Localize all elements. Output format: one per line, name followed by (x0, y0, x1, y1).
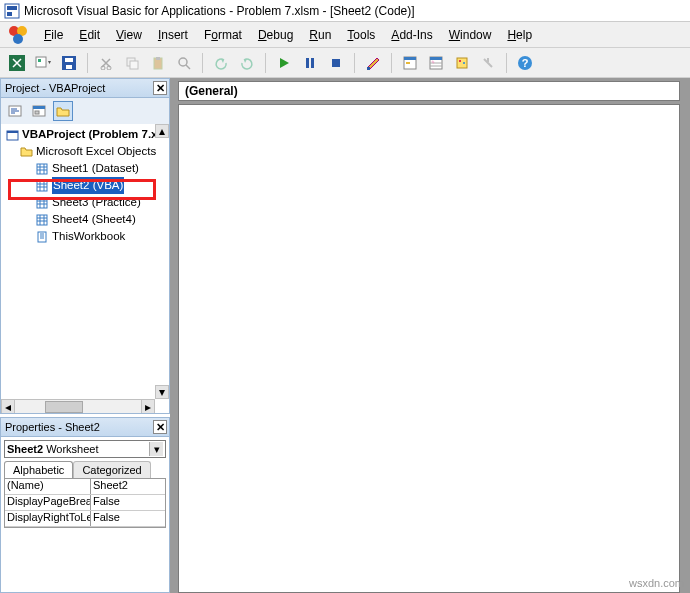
chevron-down-icon: ▾ (149, 442, 163, 456)
project-tree: ▴ ▾ VBAProject (Problem 7.xlsm) Microsof… (0, 124, 170, 414)
tab-alphabetic[interactable]: Alphabetic (4, 461, 73, 478)
svg-rect-31 (457, 58, 467, 68)
project-panel-title: Project - VBAProject (5, 82, 105, 94)
code-editor[interactable] (178, 104, 680, 593)
toggle-folders-icon[interactable] (53, 101, 73, 121)
object-browser-icon[interactable] (451, 52, 473, 74)
title-bar-text: Microsoft Visual Basic for Applications … (24, 4, 415, 18)
property-row[interactable]: DisplayPageBreaks False (5, 495, 165, 511)
tree-item-sheet2[interactable]: Sheet2 (VBA) (1, 177, 169, 194)
menu-debug[interactable]: Debug (250, 26, 301, 44)
tree-item-sheet4[interactable]: Sheet4 (Sheet4) (1, 211, 169, 228)
menu-addins[interactable]: Add-Ins (383, 26, 440, 44)
menu-view[interactable]: View (108, 26, 150, 44)
help-icon[interactable]: ? (514, 52, 536, 74)
menu-insert[interactable]: Insert (150, 26, 196, 44)
toolbar: ? (0, 48, 690, 78)
tree-folder-label: Microsoft Excel Objects (36, 143, 156, 160)
scrollbar-up-icon[interactable]: ▴ (155, 124, 169, 138)
menu-help[interactable]: Help (499, 26, 540, 44)
save-icon[interactable] (58, 52, 80, 74)
find-icon[interactable] (173, 52, 195, 74)
scrollbar-down-icon[interactable]: ▾ (155, 385, 169, 399)
object-dropdown[interactable]: (General) (178, 81, 680, 101)
scroll-left-icon[interactable]: ◂ (1, 400, 15, 414)
undo-icon[interactable] (210, 52, 232, 74)
toolbar-separator (391, 53, 392, 73)
properties-panel-title: Properties - Sheet2 (5, 421, 100, 433)
project-panel-header: Project - VBAProject ✕ (0, 78, 170, 98)
sheet-icon (35, 162, 49, 176)
tree-item-sheet1[interactable]: Sheet1 (Dataset) (1, 160, 169, 177)
properties-panel-header: Properties - Sheet2 ✕ (0, 417, 170, 437)
properties-panel-close-icon[interactable]: ✕ (153, 420, 167, 434)
svg-rect-50 (37, 181, 47, 191)
svg-rect-28 (430, 57, 442, 60)
tab-categorized[interactable]: Categorized (73, 461, 150, 478)
excel-icon[interactable] (6, 52, 28, 74)
scroll-right-icon[interactable]: ▸ (141, 400, 155, 414)
break-icon[interactable] (299, 52, 321, 74)
toolbox-icon[interactable] (477, 52, 499, 74)
tree-item-thisworkbook[interactable]: ThisWorkbook (1, 228, 169, 245)
app-icon (4, 3, 20, 19)
toolbar-separator (265, 53, 266, 73)
tree-root[interactable]: VBAProject (Problem 7.xlsm) (1, 126, 169, 143)
svg-rect-60 (37, 215, 47, 225)
svg-rect-23 (367, 67, 370, 70)
svg-rect-25 (404, 57, 416, 60)
svg-rect-2 (7, 12, 12, 16)
scrollbar-thumb[interactable] (45, 401, 83, 413)
svg-rect-8 (38, 59, 41, 62)
horizontal-scrollbar[interactable]: ◂ ▸ (1, 399, 155, 413)
svg-rect-45 (37, 164, 47, 174)
view-object-icon[interactable] (29, 101, 49, 121)
svg-point-32 (459, 60, 461, 62)
tree-folder[interactable]: Microsoft Excel Objects (1, 143, 169, 160)
menu-window[interactable]: Window (441, 26, 500, 44)
properties-panel: Sheet2 Worksheet ▾ Alphabetic Categorize… (0, 437, 170, 593)
svg-line-19 (186, 65, 190, 69)
sheet-icon (35, 213, 49, 227)
project-icon (5, 128, 19, 142)
svg-rect-20 (306, 58, 309, 68)
menu-run[interactable]: Run (301, 26, 339, 44)
insert-dropdown-icon[interactable] (32, 52, 54, 74)
property-row[interactable]: (Name) Sheet2 (5, 479, 165, 495)
svg-rect-44 (7, 131, 18, 133)
properties-grid: (Name) Sheet2 DisplayPageBreaks False Di… (4, 478, 166, 528)
svg-rect-22 (332, 59, 340, 67)
svg-rect-1 (7, 6, 17, 10)
menu-tools[interactable]: Tools (339, 26, 383, 44)
menu-format[interactable]: Format (196, 26, 250, 44)
copy-icon[interactable] (121, 52, 143, 74)
svg-rect-15 (130, 61, 138, 69)
redo-icon[interactable] (236, 52, 258, 74)
project-explorer-icon[interactable] (399, 52, 421, 74)
menu-file[interactable]: File (36, 26, 71, 44)
toolbar-separator (354, 53, 355, 73)
cut-icon[interactable] (95, 52, 117, 74)
toolbar-separator (506, 53, 507, 73)
svg-rect-55 (37, 198, 47, 208)
paste-icon[interactable] (147, 52, 169, 74)
svg-rect-10 (65, 58, 73, 62)
tree-item-sheet3[interactable]: Sheet3 (Practice) (1, 194, 169, 211)
property-row[interactable]: DisplayRightToLeft False (5, 511, 165, 527)
reset-icon[interactable] (325, 52, 347, 74)
project-panel-close-icon[interactable]: ✕ (153, 81, 167, 95)
design-mode-icon[interactable] (362, 52, 384, 74)
object-selector[interactable]: Sheet2 Worksheet ▾ (4, 440, 166, 458)
svg-point-33 (463, 62, 465, 64)
watermark: wsxdn.com (629, 577, 684, 589)
svg-rect-17 (156, 57, 160, 60)
sheet-icon (35, 179, 49, 193)
vba-logo-icon (6, 23, 30, 47)
menu-edit[interactable]: Edit (71, 26, 108, 44)
view-code-icon[interactable] (5, 101, 25, 121)
svg-rect-21 (311, 58, 314, 68)
properties-window-icon[interactable] (425, 52, 447, 74)
code-window: (General) (170, 78, 690, 593)
run-icon[interactable] (273, 52, 295, 74)
sheet-icon (35, 196, 49, 210)
